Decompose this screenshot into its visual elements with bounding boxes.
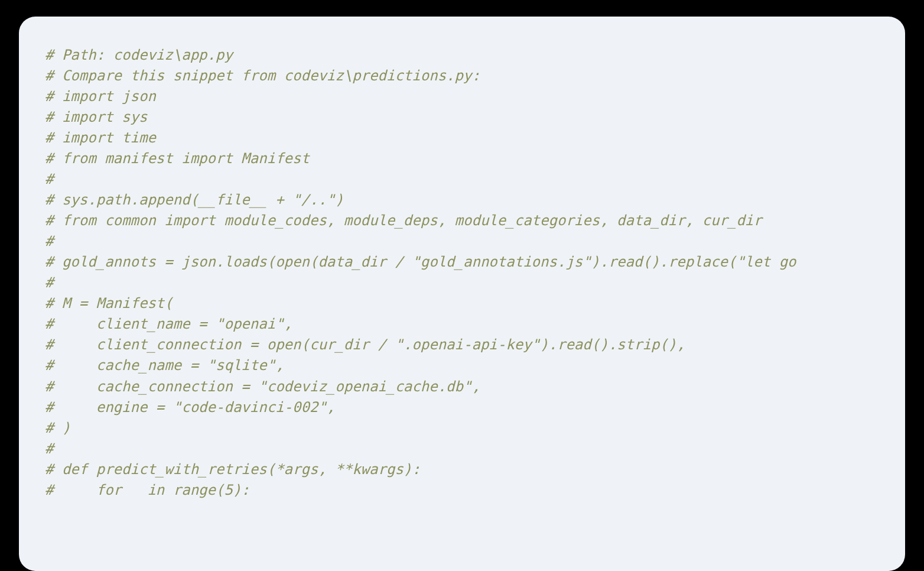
code-line: # import time — [45, 128, 881, 148]
code-line: # client_name = "openai", — [45, 314, 881, 335]
code-line: # def predict_with_retries(*args, **kwar… — [45, 459, 881, 480]
code-block: # Path: codeviz\app.py# Compare this sni… — [19, 17, 905, 571]
code-line: # — [45, 169, 881, 190]
code-line: # from common import module_codes, modul… — [45, 210, 881, 231]
code-line: # cache_name = "sqlite", — [45, 355, 881, 376]
code-line: # Path: codeviz\app.py — [45, 45, 881, 66]
code-line: # import sys — [45, 107, 881, 128]
code-line: # gold_annots = json.loads(open(data_dir… — [45, 252, 881, 272]
code-line: # client_connection = open(cur_dir / ".o… — [45, 335, 881, 355]
code-line: # engine = "code-davinci-002", — [45, 397, 881, 418]
code-line: # from manifest import Manifest — [45, 148, 881, 169]
code-line: # — [45, 231, 881, 252]
code-line: # M = Manifest( — [45, 293, 881, 314]
code-line: # — [45, 272, 881, 293]
code-line: # sys.path.append(__file__ + "/..") — [45, 190, 881, 210]
code-line: # cache_connection = "codeviz_openai_cac… — [45, 377, 881, 397]
code-pre: # Path: codeviz\app.py# Compare this sni… — [45, 45, 881, 501]
code-line: # import json — [45, 86, 881, 107]
code-line: # ) — [45, 418, 881, 439]
code-line: # — [45, 439, 881, 459]
code-line: # for in range(5): — [45, 480, 881, 501]
code-line: # Compare this snippet from codeviz\pred… — [45, 66, 881, 86]
code-content: # Path: codeviz\app.py# Compare this sni… — [45, 45, 881, 501]
